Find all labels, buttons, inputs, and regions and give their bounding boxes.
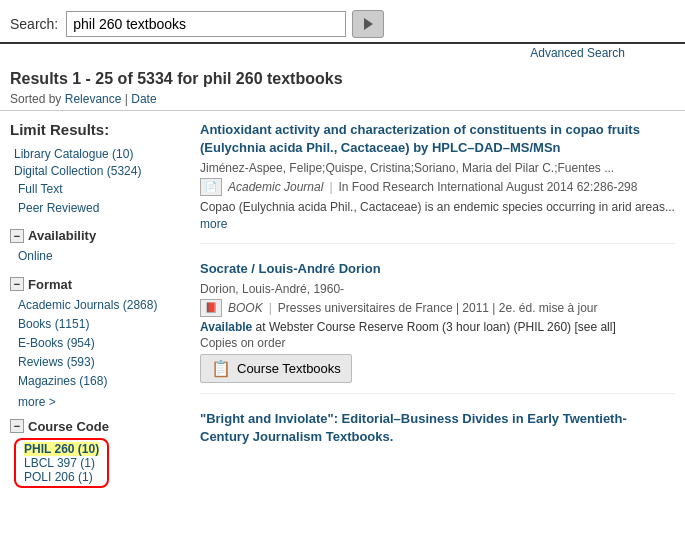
copies-on-order: Copies on order bbox=[200, 336, 675, 350]
result-item-1: Antioxidant activity and characterizatio… bbox=[200, 121, 675, 244]
sorted-by-label: Sorted by bbox=[10, 92, 61, 106]
library-catalogue-link[interactable]: Library Catalogue (10) bbox=[14, 147, 133, 161]
result-authors-2: Dorion, Louis-André, 1960- bbox=[200, 282, 675, 296]
filter-library-catalogue[interactable]: Library Catalogue (10) bbox=[10, 146, 190, 161]
course-code-label: Course Code bbox=[28, 419, 109, 434]
course-code-title[interactable]: − Course Code bbox=[10, 419, 190, 434]
advanced-search-link[interactable]: Advanced Search bbox=[10, 46, 675, 60]
result-available-2: Available at Webster Course Reserve Room… bbox=[200, 320, 675, 334]
result-title-1[interactable]: Antioxidant activity and characterizatio… bbox=[200, 121, 675, 157]
abstract-more-link-1[interactable]: more bbox=[200, 217, 227, 231]
result-abstract-1: Copao (Eulychnia acida Phil., Cactaceae)… bbox=[200, 199, 675, 233]
availability-title[interactable]: − Availability bbox=[10, 228, 190, 243]
format-collapse-icon[interactable]: − bbox=[10, 277, 24, 291]
filter-ebooks[interactable]: E-Books (954) bbox=[18, 334, 190, 353]
play-icon bbox=[360, 16, 376, 32]
format-more[interactable]: more > bbox=[10, 394, 190, 409]
result-type-1: Academic Journal bbox=[228, 180, 323, 194]
filter-phil260[interactable]: PHIL 260 (10) bbox=[24, 442, 99, 456]
result-item-2: Socrate / Louis-André Dorion Dorion, Lou… bbox=[200, 260, 675, 394]
filter-poli206[interactable]: POLI 206 (1) bbox=[24, 470, 99, 484]
course-textbooks-label: Course Textbooks bbox=[237, 361, 341, 376]
results-list: Antioxidant activity and characterizatio… bbox=[200, 121, 675, 498]
format-more-link[interactable]: more > bbox=[18, 395, 56, 409]
availability-label: Availability bbox=[28, 228, 96, 243]
sidebar-title: Limit Results: bbox=[10, 121, 190, 138]
result-authors-1: Jiménez-Aspee, Felipe;Quispe, Cristina;S… bbox=[200, 161, 675, 175]
book-icon-2: 📕 bbox=[200, 299, 222, 317]
search-button[interactable] bbox=[352, 10, 384, 38]
result-source-1: In Food Research International August 20… bbox=[339, 180, 638, 194]
academic-journal-icon-1: 📄 bbox=[200, 178, 222, 196]
sort-date[interactable]: Date bbox=[131, 92, 156, 106]
results-sort: Sorted by Relevance | Date bbox=[10, 92, 675, 106]
sidebar-filter-section: Library Catalogue (10) Digital Collectio… bbox=[10, 146, 190, 218]
availability-section: − Availability Online bbox=[10, 228, 190, 266]
course-textbooks-button[interactable]: 📋 Course Textbooks bbox=[200, 354, 352, 383]
course-tb-icon: 📋 bbox=[211, 359, 231, 378]
format-title[interactable]: − Format bbox=[10, 277, 190, 292]
course-code-collapse-icon[interactable]: − bbox=[10, 419, 24, 433]
result-meta-2: 📕 BOOK | Presses universitaires de Franc… bbox=[200, 299, 675, 317]
format-label: Format bbox=[28, 277, 72, 292]
result-source-2: Presses universitaires de France | 2011 … bbox=[278, 301, 598, 315]
filter-reviews[interactable]: Reviews (593) bbox=[18, 353, 190, 372]
peer-reviewed-link[interactable]: Peer Reviewed bbox=[18, 199, 190, 218]
full-text-link[interactable]: Full Text bbox=[18, 180, 190, 199]
course-textbooks-container: 📋 Course Textbooks bbox=[200, 354, 675, 383]
search-input[interactable] bbox=[66, 11, 346, 37]
digital-collection-link[interactable]: Digital Collection (5324) bbox=[14, 164, 141, 178]
filter-academic-journals[interactable]: Academic Journals (2868) bbox=[18, 296, 190, 315]
available-label: Available bbox=[200, 320, 252, 334]
result-title-2[interactable]: Socrate / Louis-André Dorion bbox=[200, 260, 675, 278]
sort-relevance[interactable]: Relevance bbox=[65, 92, 122, 106]
result-item-3: "Bright and Inviolate": Editorial–Busine… bbox=[200, 410, 675, 460]
sidebar: Limit Results: Library Catalogue (10) Di… bbox=[10, 121, 190, 498]
results-header: Results 1 - 25 of 5334 for phil 260 text… bbox=[0, 60, 685, 111]
main-layout: Limit Results: Library Catalogue (10) Di… bbox=[0, 111, 685, 508]
filter-magazines[interactable]: Magazines (168) bbox=[18, 372, 190, 391]
course-code-highlight-box: PHIL 260 (10) LBCL 397 (1) POLI 206 (1) bbox=[14, 438, 109, 488]
format-items: Academic Journals (2868) Books (1151) E-… bbox=[10, 296, 190, 392]
available-location: at Webster Course Reserve Room (3 hour l… bbox=[256, 320, 575, 334]
results-summary: Results 1 - 25 of 5334 for phil 260 text… bbox=[10, 70, 675, 88]
availability-items: Online bbox=[10, 247, 190, 266]
format-section: − Format Academic Journals (2868) Books … bbox=[10, 277, 190, 409]
search-bar: Search: bbox=[0, 0, 685, 44]
result-meta-1: 📄 Academic Journal | In Food Research In… bbox=[200, 178, 675, 196]
result-type-2: BOOK bbox=[228, 301, 263, 315]
filter-lbcl397[interactable]: LBCL 397 (1) bbox=[24, 456, 99, 470]
online-filter-link[interactable]: Online bbox=[18, 247, 190, 266]
search-label: Search: bbox=[10, 16, 58, 32]
filter-digital-collection[interactable]: Digital Collection (5324) bbox=[10, 163, 190, 178]
availability-collapse-icon[interactable]: − bbox=[10, 229, 24, 243]
filter-books[interactable]: Books (1151) bbox=[18, 315, 190, 334]
filter-sub: Full Text Peer Reviewed bbox=[10, 180, 190, 218]
svg-marker-0 bbox=[364, 18, 373, 30]
result-title-3[interactable]: "Bright and Inviolate": Editorial–Busine… bbox=[200, 410, 675, 446]
course-code-section: − Course Code PHIL 260 (10) LBCL 397 (1)… bbox=[10, 419, 190, 488]
see-all-link[interactable]: [see all] bbox=[574, 320, 615, 334]
